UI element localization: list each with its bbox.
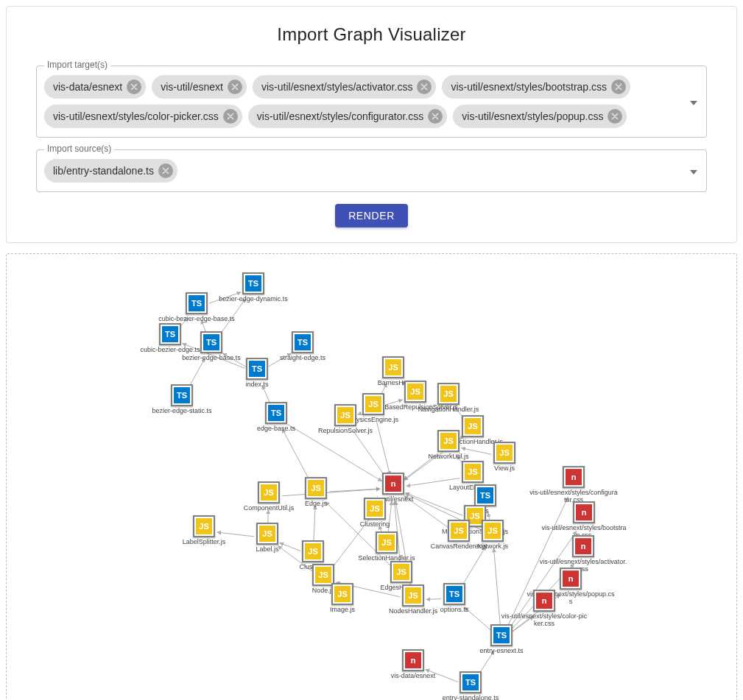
graph-node[interactable]: nvis-util/esnext/styles/configurator.css — [529, 466, 618, 504]
chip-remove-icon[interactable] — [158, 163, 173, 178]
javascript-icon: JS — [334, 404, 356, 426]
graph-node[interactable]: nvis-util/esnext/styles/bootstrap.css — [540, 501, 628, 540]
graph-node-label: bezier-edge-static.ts — [138, 408, 226, 415]
target-chip: vis-util/esnext — [152, 75, 247, 99]
target-chip: vis-util/esnext/styles/configurator.css — [248, 105, 447, 128]
graph-edge — [282, 429, 309, 481]
javascript-icon: JS — [437, 383, 459, 405]
graph-node[interactable]: TScubic-bezier-edge-base.ts — [152, 292, 241, 323]
targets-dropdown-icon[interactable] — [690, 95, 697, 108]
import-targets-legend: Import target(s) — [44, 60, 110, 70]
package-icon: n — [533, 590, 555, 612]
javascript-icon: JS — [258, 481, 280, 503]
graph-node-label: Network.js — [448, 543, 537, 551]
import-targets-chips: vis-data/esnextvis-util/esnextvis-util/e… — [44, 75, 674, 128]
target-chip: vis-util/esnext/styles/activator.css — [253, 75, 436, 99]
chip-remove-icon[interactable] — [428, 109, 443, 124]
target-chip: vis-data/esnext — [44, 75, 146, 99]
typescript-icon: TS — [200, 331, 222, 353]
graph-node-label: entry-esnext.ts — [457, 648, 546, 655]
graph-node[interactable]: JSNetwork.js — [448, 520, 537, 551]
graph-node[interactable]: TSoptions.ts — [410, 583, 499, 614]
graph-node[interactable]: JSComponentUtil.js — [225, 481, 313, 512]
javascript-icon: JS — [302, 540, 324, 562]
typescript-icon: TS — [242, 272, 264, 294]
target-chip: vis-util/esnext/styles/popup.css — [453, 105, 627, 128]
graph-node[interactable]: JSNavigationHandler.js — [404, 383, 493, 414]
target-chip: vis-util/esnext/styles/bootstrap.css — [442, 75, 630, 99]
graph-node-label: index.ts — [213, 381, 301, 389]
graph-node[interactable]: nvis-util/esnext/styles/color-picker.css — [500, 590, 588, 628]
graph-node[interactable]: JSRepulsionSolver.js — [301, 404, 390, 435]
typescript-icon: TS — [474, 484, 496, 506]
chip-remove-icon[interactable] — [608, 109, 622, 124]
sources-dropdown-icon[interactable] — [690, 164, 697, 177]
control-card: Import Graph Visualizer Import target(s)… — [6, 6, 737, 243]
chip-remove-icon[interactable] — [127, 79, 141, 94]
javascript-icon: JS — [390, 561, 412, 583]
graph-node-label: Clustering — [331, 521, 419, 528]
typescript-icon: TS — [459, 671, 482, 693]
graph-node-label: NavigationHandler.js — [404, 406, 493, 414]
page-title: Import Graph Visualizer — [36, 24, 707, 45]
javascript-icon: JS — [364, 498, 386, 520]
graph-node-label: RepulsionSolver.js — [301, 428, 390, 435]
javascript-icon: JS — [193, 515, 215, 537]
package-icon: n — [402, 649, 424, 671]
graph-node-label: ComponentUtil.js — [225, 505, 313, 512]
chip-label: lib/entry-standalone.ts — [53, 165, 154, 177]
chip-label: vis-util/esnext/styles/activator.css — [261, 81, 412, 93]
typescript-icon: TS — [246, 358, 268, 380]
typescript-icon: TS — [171, 384, 193, 406]
package-icon: n — [382, 473, 404, 495]
javascript-icon: JS — [462, 461, 484, 483]
graph-edge — [314, 506, 315, 542]
import-sources-legend: Import source(s) — [44, 144, 114, 154]
package-icon: n — [563, 466, 585, 488]
typescript-icon: TS — [443, 583, 465, 605]
chip-label: vis-util/esnext/styles/color-picker.css — [53, 110, 219, 122]
javascript-icon: JS — [437, 430, 459, 452]
javascript-icon: JS — [376, 531, 398, 554]
javascript-icon: JS — [331, 583, 353, 605]
graph-canvas[interactable]: TSbezier-edge-dynamic.tsTScubic-bezier-e… — [6, 253, 737, 700]
javascript-icon: JS — [482, 520, 504, 542]
graph-node-label: cubic-bezier-edge-base.ts — [152, 316, 241, 323]
typescript-icon: TS — [186, 292, 208, 314]
chip-label: vis-util/esnext — [161, 81, 223, 93]
source-chip: lib/entry-standalone.ts — [44, 159, 177, 183]
package-icon: n — [572, 535, 594, 557]
javascript-icon: JS — [382, 356, 404, 378]
graph-edge — [461, 546, 485, 587]
typescript-icon: TS — [292, 331, 314, 353]
graph-node-label: entry-standalone.ts — [426, 695, 515, 700]
chip-label: vis-util/esnext/styles/configurator.css — [257, 110, 423, 122]
chip-remove-icon[interactable] — [223, 109, 238, 124]
chip-remove-icon[interactable] — [611, 79, 626, 94]
package-icon: n — [560, 568, 582, 590]
chip-label: vis-data/esnext — [53, 81, 122, 93]
chip-remove-icon[interactable] — [417, 79, 432, 94]
import-sources-field[interactable]: Import source(s) lib/entry-standalone.ts — [36, 149, 707, 192]
chip-label: vis-util/esnext/styles/popup.css — [462, 110, 603, 122]
package-icon: n — [573, 501, 595, 523]
graph-node[interactable]: TSbezier-edge-static.ts — [138, 384, 226, 415]
graph-node-label: options.ts — [410, 607, 499, 614]
graph-node[interactable]: TSindex.ts — [213, 358, 301, 389]
render-button[interactable]: RENDER — [335, 204, 408, 227]
chip-label: vis-util/esnext/styles/bootstrap.css — [451, 81, 607, 93]
typescript-icon: TS — [490, 624, 513, 646]
graph-node[interactable]: TSentry-standalone.ts — [426, 671, 515, 700]
import-sources-chips: lib/entry-standalone.ts — [44, 159, 674, 183]
import-targets-field[interactable]: Import target(s) vis-data/esnextvis-util… — [36, 66, 707, 138]
chip-remove-icon[interactable] — [228, 79, 242, 94]
target-chip: vis-util/esnext/styles/color-picker.css — [44, 105, 242, 128]
graph-node[interactable]: TSentry-esnext.ts — [457, 624, 546, 655]
typescript-icon: TS — [265, 402, 287, 424]
